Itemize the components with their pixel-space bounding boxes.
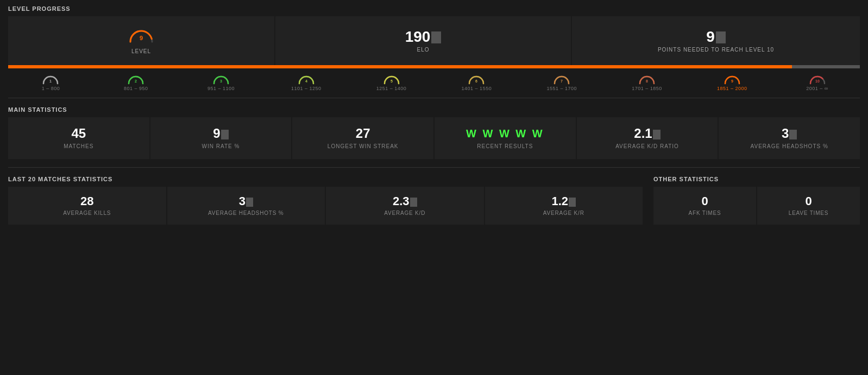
bottom-card-kd: 2.3 AVERAGE K/D	[326, 187, 484, 225]
tick-6-range: 1401 – 1550	[462, 86, 492, 91]
points-needed-card: 9 POINTS NEEDED TO REACH LEVEL 10	[572, 16, 860, 65]
level-label: LEVEL	[131, 48, 151, 54]
level-tick-8: 8 1701 – 1850	[605, 73, 690, 93]
svg-text:4: 4	[305, 79, 307, 83]
matches-value: 45	[71, 127, 86, 140]
level-tick-3: 3 951 – 1100	[179, 73, 264, 93]
tick-5-range: 1251 – 1400	[376, 86, 407, 91]
kd-value: 2.1	[634, 127, 660, 140]
kd-label: AVERAGE K/D RATIO	[615, 143, 679, 149]
svg-text:5: 5	[391, 79, 393, 83]
svg-text:6: 6	[475, 79, 477, 83]
level-ticks: 1 1 – 800 2 801 – 950 3 951 – 1100	[8, 68, 860, 98]
avg-kd-value: 2.3	[393, 195, 417, 207]
winstreak-value: 27	[356, 127, 370, 140]
avg-kd-label: AVERAGE K/D	[384, 210, 425, 216]
other-stats-cards: 0 AFK TIMES 0 LEAVE TIMES	[653, 187, 860, 225]
progress-bar-container	[8, 65, 860, 68]
stat-card-matches: 45 MATCHES	[8, 117, 149, 159]
elo-label: ELO	[417, 47, 429, 53]
leave-value: 0	[805, 195, 812, 207]
headshots-label: AVERAGE HEADSHOTS %	[751, 143, 828, 149]
avg-kills-value: 28	[80, 195, 93, 207]
other-stats-title: OTHER STATISTICS	[653, 176, 860, 182]
points-needed-value: 9	[706, 29, 726, 45]
level-gauge: 9	[128, 28, 155, 44]
level-tick-10: 10 2001 – ∞	[775, 73, 860, 93]
level-tick-7: 7 1551 – 1700	[519, 73, 605, 93]
headshots-value: 3	[782, 127, 797, 140]
bottom-card-kr: 1.2 AVERAGE K/R	[485, 187, 643, 225]
bottom-sections: LAST 20 MATCHES STATISTICS 28 AVERAGE KI…	[0, 168, 868, 233]
level-card: 9 LEVEL	[8, 16, 274, 65]
winrate-value: 9	[213, 127, 228, 140]
elo-card: 190 ELO	[275, 16, 571, 65]
svg-text:8: 8	[646, 79, 648, 83]
last20-section: LAST 20 MATCHES STATISTICS 28 AVERAGE KI…	[8, 176, 643, 225]
stat-card-headshots: 3 AVERAGE HEADSHOTS %	[719, 117, 860, 159]
level-tick-1: 1 1 – 800	[8, 73, 93, 93]
avg-hs-label: AVERAGE HEADSHOTS %	[208, 210, 284, 216]
main-stats-title: MAIN STATISTICS	[8, 106, 860, 113]
afk-label: AFK TIMES	[689, 210, 721, 216]
bottom-card-kills: 28 AVERAGE KILLS	[8, 187, 166, 225]
stat-card-winstreak: 27 LONGEST WIN STREAK	[292, 117, 433, 159]
bottom-card-headshots: 3 AVERAGE HEADSHOTS %	[167, 187, 325, 225]
tick-2-range: 801 – 950	[124, 86, 148, 91]
last20-title: LAST 20 MATCHES STATISTICS	[8, 176, 643, 182]
last20-cards: 28 AVERAGE KILLS 3 AVERAGE HEADSHOTS % 2…	[8, 187, 643, 225]
elo-value: 190	[405, 29, 442, 45]
main-statistics-section: MAIN STATISTICS 45 MATCHES 9 WIN RATE % …	[0, 98, 868, 159]
leave-label: LEAVE TIMES	[789, 210, 828, 216]
tick-8-range: 1701 – 1850	[632, 86, 662, 91]
other-stats-section: OTHER STATISTICS 0 AFK TIMES 0 LEAVE TIM…	[653, 176, 860, 225]
level-tick-6: 6 1401 – 1550	[434, 73, 519, 93]
afk-value: 0	[701, 195, 708, 207]
svg-text:2: 2	[135, 79, 137, 83]
winstreak-label: LONGEST WIN STREAK	[328, 143, 399, 149]
stat-card-results: W W W W W RECENT RESULTS	[435, 117, 576, 159]
avg-kr-label: AVERAGE K/R	[543, 210, 584, 216]
top-cards: 9 LEVEL 190 ELO 9 POINTS NEEDED TO REACH…	[8, 16, 860, 65]
tick-10-range: 2001 – ∞	[806, 86, 828, 91]
tick-7-range: 1551 – 1700	[546, 86, 577, 91]
matches-label: MATCHES	[64, 143, 93, 149]
level-tick-5: 5 1251 – 1400	[349, 73, 434, 93]
stat-card-kd: 2.1 AVERAGE K/D RATIO	[577, 117, 718, 159]
stat-card-winrate: 9 WIN RATE %	[150, 117, 292, 159]
tick-1-range: 1 – 800	[42, 86, 60, 91]
points-needed-label: POINTS NEEDED TO REACH LEVEL 10	[658, 47, 774, 53]
svg-text:9: 9	[731, 79, 733, 83]
svg-text:3: 3	[220, 79, 222, 83]
level-progress-title: LEVEL PROGRESS	[8, 5, 860, 12]
svg-text:10: 10	[815, 79, 820, 83]
recent-results-label: RECENT RESULTS	[477, 143, 533, 149]
avg-hs-value: 3	[239, 195, 253, 207]
level-tick-4: 4 1101 – 1250	[263, 73, 349, 93]
tick-3-range: 951 – 1100	[207, 86, 235, 91]
bottom-card-afk: 0 AFK TIMES	[653, 187, 756, 225]
avg-kills-label: AVERAGE KILLS	[63, 210, 111, 216]
winrate-label: WIN RATE %	[202, 143, 240, 149]
tick-4-range: 1101 – 1250	[291, 86, 322, 91]
level-tick-9: 9 1851 – 2000	[689, 73, 775, 93]
progress-bar-fill	[8, 65, 792, 68]
bottom-card-leave: 0 LEAVE TIMES	[757, 187, 860, 225]
avg-kr-value: 1.2	[551, 195, 576, 207]
level-tick-2: 2 801 – 950	[93, 73, 179, 93]
tick-9-range: 1851 – 2000	[717, 86, 747, 91]
stats-cards: 45 MATCHES 9 WIN RATE % 27 LONGEST WIN S…	[8, 117, 860, 159]
svg-text:1: 1	[49, 79, 52, 83]
level-progress-section: LEVEL PROGRESS 9 LEVEL 190 ELO 9	[0, 0, 868, 98]
recent-results-value: W W W W W	[466, 128, 544, 140]
svg-text:7: 7	[561, 79, 563, 83]
svg-text:9: 9	[140, 35, 143, 41]
